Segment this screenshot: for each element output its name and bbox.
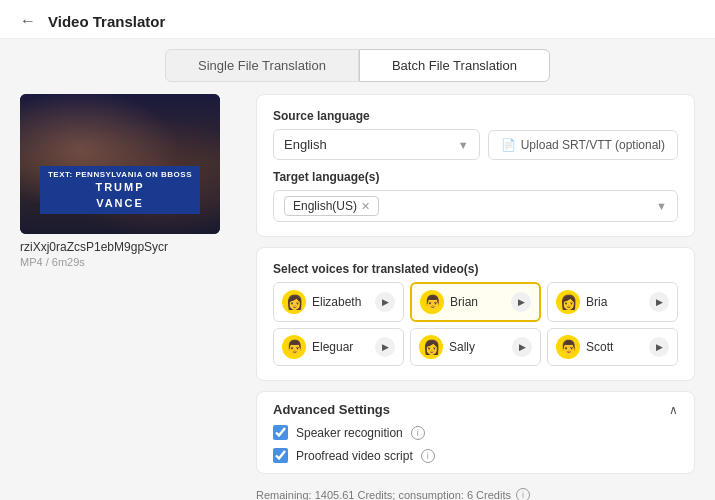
target-language-select[interactable]: English(US) ✕ ▼ bbox=[273, 190, 678, 222]
speaker-recognition-checkbox[interactable] bbox=[273, 425, 288, 440]
voice-brian[interactable]: 👨 Brian ▶ bbox=[410, 282, 541, 322]
voice-bria-avatar: 👩 bbox=[556, 290, 580, 314]
voices-label: Select voices for translated video(s) bbox=[273, 262, 678, 276]
credits-text: Remaining: 1405.61 Credits; consumption:… bbox=[256, 489, 511, 500]
voice-elizabeth[interactable]: 👩 Elizabeth ▶ bbox=[273, 282, 404, 322]
source-language-label: Source language bbox=[273, 109, 678, 123]
voice-brian-avatar: 👨 bbox=[420, 290, 444, 314]
target-language-tag: English(US) ✕ bbox=[284, 196, 379, 216]
advanced-body: Speaker recognition i Proofread video sc… bbox=[273, 425, 678, 463]
source-dropdown-icon: ▼ bbox=[458, 139, 469, 151]
voice-scott-play[interactable]: ▶ bbox=[649, 337, 669, 357]
target-tag-value: English(US) bbox=[293, 199, 357, 213]
video-filename: rziXxj0raZcsP1ebM9gpSycr bbox=[20, 240, 240, 254]
voice-brian-play[interactable]: ▶ bbox=[511, 292, 531, 312]
proofread-checkbox[interactable] bbox=[273, 448, 288, 463]
speaker-recognition-row: Speaker recognition i bbox=[273, 425, 678, 440]
back-arrow-icon: ← bbox=[20, 12, 36, 30]
voice-sally[interactable]: 👩 Sally ▶ bbox=[410, 328, 541, 366]
page-title: Video Translator bbox=[48, 13, 165, 30]
voice-brian-name: Brian bbox=[450, 295, 505, 309]
target-dropdown-icon: ▼ bbox=[656, 200, 667, 212]
language-section: Source language English ▼ 📄 Upload SRT/V… bbox=[256, 94, 695, 237]
upload-icon: 📄 bbox=[501, 138, 516, 152]
source-language-value: English bbox=[284, 137, 327, 152]
voice-elizabeth-play[interactable]: ▶ bbox=[375, 292, 395, 312]
voice-sally-name: Sally bbox=[449, 340, 506, 354]
voice-eleguar[interactable]: 👨 Eleguar ▶ bbox=[273, 328, 404, 366]
voice-scott-name: Scott bbox=[586, 340, 643, 354]
credits-row: Remaining: 1405.61 Credits; consumption:… bbox=[256, 488, 695, 500]
voice-bria-play[interactable]: ▶ bbox=[649, 292, 669, 312]
voice-elizabeth-name: Elizabeth bbox=[312, 295, 369, 309]
voices-grid: 👩 Elizabeth ▶ 👨 Brian ▶ 👩 Bria ▶ bbox=[273, 282, 678, 366]
advanced-settings: Advanced Settings ∧ Speaker recognition … bbox=[256, 391, 695, 474]
voice-sally-avatar: 👩 bbox=[419, 335, 443, 359]
voices-section: Select voices for translated video(s) 👩 … bbox=[256, 247, 695, 381]
voice-eleguar-name: Eleguar bbox=[312, 340, 369, 354]
tab-batch-file[interactable]: Batch File Translation bbox=[359, 49, 550, 82]
advanced-settings-header[interactable]: Advanced Settings ∧ bbox=[273, 402, 678, 417]
voice-sally-play[interactable]: ▶ bbox=[512, 337, 532, 357]
tabs-bar: Single File Translation Batch File Trans… bbox=[0, 39, 715, 82]
video-banner: TEXT: PENNSYLVANIA ON BBOSS TRUMP VANCE bbox=[40, 166, 200, 214]
proofread-label: Proofread video script bbox=[296, 449, 413, 463]
footer-section: Remaining: 1405.61 Credits; consumption:… bbox=[256, 488, 695, 500]
proofread-info-icon[interactable]: i bbox=[421, 449, 435, 463]
video-info: MP4 / 6m29s bbox=[20, 256, 240, 268]
voice-bria[interactable]: 👩 Bria ▶ bbox=[547, 282, 678, 322]
advanced-settings-title: Advanced Settings bbox=[273, 402, 390, 417]
voice-bria-name: Bria bbox=[586, 295, 643, 309]
video-meta: rziXxj0raZcsP1ebM9gpSycr MP4 / 6m29s bbox=[20, 240, 240, 268]
right-panel: Source language English ▼ 📄 Upload SRT/V… bbox=[256, 94, 695, 500]
voice-scott[interactable]: 👨 Scott ▶ bbox=[547, 328, 678, 366]
target-language-label: Target language(s) bbox=[273, 170, 678, 184]
proofread-row: Proofread video script i bbox=[273, 448, 678, 463]
voice-eleguar-avatar: 👨 bbox=[282, 335, 306, 359]
upload-srt-button[interactable]: 📄 Upload SRT/VTT (optional) bbox=[488, 130, 678, 160]
speaker-recognition-label: Speaker recognition bbox=[296, 426, 403, 440]
left-panel: TEXT: PENNSYLVANIA ON BBOSS TRUMP VANCE … bbox=[20, 94, 240, 500]
voice-scott-avatar: 👨 bbox=[556, 335, 580, 359]
advanced-chevron-icon: ∧ bbox=[669, 403, 678, 417]
tab-single-file[interactable]: Single File Translation bbox=[165, 49, 359, 82]
voice-eleguar-play[interactable]: ▶ bbox=[375, 337, 395, 357]
voice-elizabeth-avatar: 👩 bbox=[282, 290, 306, 314]
tag-close-icon[interactable]: ✕ bbox=[361, 200, 370, 213]
video-thumbnail: TEXT: PENNSYLVANIA ON BBOSS TRUMP VANCE bbox=[20, 94, 220, 234]
back-button[interactable]: ← Video Translator bbox=[20, 12, 165, 30]
source-language-select[interactable]: English ▼ bbox=[273, 129, 480, 160]
speaker-recognition-info-icon[interactable]: i bbox=[411, 426, 425, 440]
upload-label: Upload SRT/VTT (optional) bbox=[521, 138, 665, 152]
credits-info-icon[interactable]: i bbox=[516, 488, 530, 500]
